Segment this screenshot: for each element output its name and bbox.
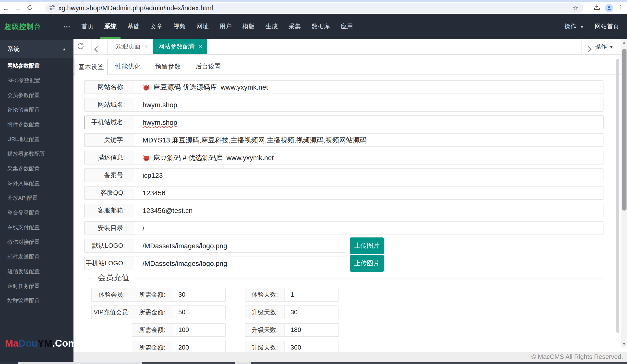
url-text[interactable]: xg.hwym.shop/MDadmin.php/admin/index/ind… [58,4,573,12]
browser-reload-icon[interactable] [23,4,35,12]
main-content: 基本设置性能优化预留参数后台设置 网站名称:麻豆源码 优选源码库 www.yxy… [73,55,621,352]
sidebar-item[interactable]: 邮件发送配置 [0,249,73,264]
days-input[interactable]: 1 [285,288,338,301]
nav-item[interactable]: 文章 [145,14,168,39]
header-action-dropdown[interactable]: 操作▼ [564,22,584,31]
sidebar-item[interactable]: 播放器参数配置 [0,146,73,161]
days-input[interactable]: 360 [285,341,338,352]
sidebar-item[interactable]: 定时任务配置 [0,278,73,293]
nav-item[interactable]: 采集 [283,14,306,39]
amount-input[interactable]: 30 [172,288,225,301]
page-tab[interactable]: 网站参数配置× [153,39,208,54]
scrollbar-thumb[interactable] [622,49,626,211]
app-logo[interactable]: 超级控制台 [4,14,41,39]
amount-input[interactable]: 50 [172,306,225,319]
field-input[interactable]: 123456@test.cn [134,204,603,217]
sidebar-item[interactable]: 微信对接配置 [0,234,73,249]
header-site-home-link[interactable]: 网站首页 [595,22,619,31]
amount-input[interactable]: 200 [172,341,225,352]
nav-item[interactable]: 模版 [237,14,260,39]
sidebar-section-system[interactable]: 系统 ▲ [0,40,73,58]
form-row: 手机站域名:hwym.shop [84,116,604,129]
field-label: 默认LOGO: [85,239,134,252]
nav-item[interactable]: 网址 [191,14,214,39]
browser-menu-icon[interactable] [618,3,624,13]
field-input[interactable]: 123456 [134,186,603,199]
vertical-scrollbar[interactable]: ▲ ▼ [621,39,627,348]
field-input[interactable]: hwym.shop [134,116,603,129]
refresh-tab-icon[interactable] [76,42,86,52]
field-input[interactable]: 麻豆源码 优选源码库 www.yxymk.net [134,81,603,93]
sidebar-item[interactable]: 站群管理配置 [0,293,73,308]
scroll-up-icon[interactable]: ▲ [621,41,627,44]
field-input[interactable]: icp123 [134,169,603,182]
page-tab[interactable]: 欢迎页面× [111,39,153,54]
tabs-scroll-left-icon[interactable] [95,45,100,53]
close-icon[interactable]: × [145,43,148,50]
member-days-box: 升级天数:360 [245,341,339,352]
site-settings-icon[interactable] [49,4,55,12]
field-input[interactable]: MDYS13,麻豆源码,麻豆科技,主播视频网,主播视频,视频源码,视频网站源码 [134,134,603,146]
sidebar-item[interactable]: 整合登录配置 [0,205,73,220]
field-input[interactable]: /MDassets/images/logo.png [134,257,346,270]
nav-item[interactable]: 首页 [76,14,99,39]
nav-item[interactable]: 视频 [168,14,191,39]
download-icon[interactable] [593,3,601,13]
hscrollbar-thumb[interactable] [142,362,235,364]
form-row-box: 默认LOGO:/MDassets/images/logo.png [84,239,346,253]
form-row: 网站名称:麻豆源码 优选源码库 www.yxymk.net [84,80,604,94]
browser-back-icon[interactable]: ← [0,4,12,12]
tab-action-dropdown[interactable]: 操作▼ [595,39,613,55]
content-scrollbar-thumb[interactable] [616,59,619,333]
sidebar-item[interactable]: 评论留言配置 [0,102,73,117]
sidebar-item[interactable]: 采集参数配置 [0,161,73,176]
bookmark-star-icon[interactable]: ☆ [573,4,578,12]
copyright-text: © MacCMS All Rights Reserved. [531,353,623,360]
field-input[interactable]: / [134,222,603,234]
subtab-active[interactable]: 基本设置 [74,59,108,75]
sidebar-item[interactable]: 网站参数配置 [0,58,73,73]
member-amount-box: 体验会员:所需金额:30 [91,288,226,302]
sidebar-item[interactable]: 会员参数配置 [0,88,73,102]
hscrollbar-thumb[interactable] [251,362,627,364]
subtab-item[interactable]: 预留参数 [151,59,185,74]
browser-forward-icon[interactable]: → [12,4,23,12]
sidebar-item[interactable]: URL地址配置 [0,132,73,146]
devil-emoji-icon [143,154,150,161]
address-bar[interactable]: xg.hwym.shop/MDadmin.php/admin/index/ind… [45,3,583,13]
nav-item[interactable]: 生成 [260,14,283,39]
profile-avatar[interactable] [605,4,613,12]
nav-item[interactable]: 应用 [335,14,358,39]
upload-image-button[interactable]: 上传图片 [350,237,384,254]
field-input[interactable]: /MDassets/images/logo.png [134,239,346,252]
field-input[interactable]: hwym.shop [134,98,603,111]
sidebar-item[interactable]: 短信发送配置 [0,264,73,278]
field-input[interactable]: 麻豆源码 # 优选源码库 www.yxymk.net [134,151,603,164]
field-label: 关键字: [85,134,134,146]
nav-ellipsis[interactable]: ... [64,14,71,37]
days-label: 升级天数: [245,306,285,319]
form-row-box: 备案号:icp123 [84,168,604,182]
subtab-item[interactable]: 后台设置 [192,59,225,74]
amount-input[interactable]: 100 [172,324,225,336]
nav-item[interactable]: 用户 [214,14,237,39]
sidebar-item[interactable]: 站外入库配置 [0,176,73,190]
sidebar-item[interactable]: 附件参数配置 [0,117,73,132]
subtab-item[interactable]: 性能优化 [111,59,145,74]
days-input[interactable]: 180 [285,324,338,336]
nav-item[interactable]: 基础 [122,14,145,39]
field-label: 客服邮箱: [85,204,134,217]
scrollbar-corner [0,362,18,364]
scroll-down-icon[interactable]: ▼ [621,342,627,346]
sidebar-item[interactable]: 开放API配置 [0,190,73,205]
sidebar-item[interactable]: 在线支付配置 [0,220,73,234]
days-input[interactable]: 30 [285,306,338,319]
horizontal-scrollbar[interactable] [0,362,627,364]
nav-item[interactable]: 数据库 [306,14,335,39]
tabs-scroll-right-icon[interactable] [586,45,591,53]
close-icon[interactable]: × [199,43,202,50]
sidebar-item[interactable]: SEO参数配置 [0,73,73,88]
nav-item[interactable]: 系统 [99,14,122,39]
member-row: 体验会员:所需金额:30体验天数:1 [87,288,604,302]
upload-image-button[interactable]: 上传图片 [350,255,384,272]
